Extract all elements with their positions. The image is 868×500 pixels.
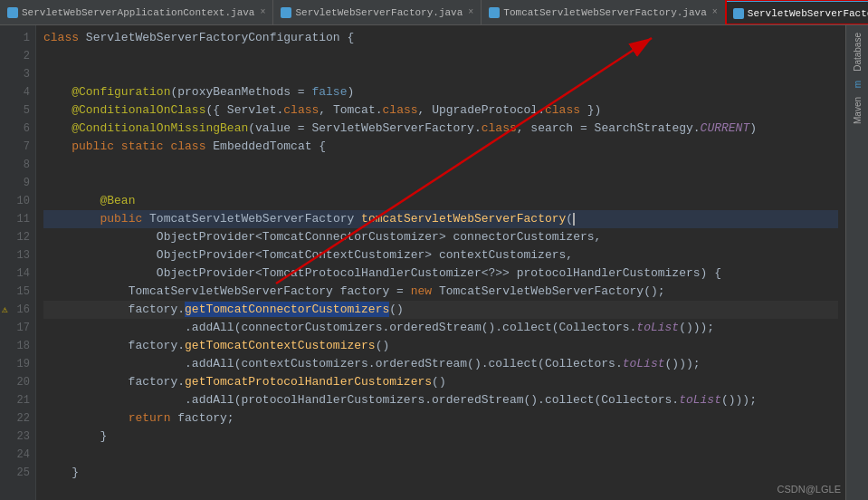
code-line-17: .addAll(connectorCustomizers.orderedStre…: [43, 319, 838, 337]
tab-close-icon[interactable]: ×: [712, 7, 718, 17]
line-num-24: 24: [0, 446, 30, 464]
line-num-22: 22: [0, 409, 30, 428]
right-sidebar: Database m Maven: [845, 25, 868, 500]
code-line-21: .addAll(protocolHandlerCustomizers.order…: [43, 391, 838, 409]
code-line-12: ObjectProvider<TomcatConnectorCustomizer…: [43, 228, 838, 246]
sidebar-maven-label[interactable]: Maven: [851, 93, 864, 128]
line-num-4: 4: [0, 83, 30, 101]
java-file-icon: [7, 7, 18, 18]
code-line-6: @ConditionalOnMissingBean(value = Servle…: [43, 120, 838, 138]
line-num-17: 17: [0, 319, 30, 337]
tab-factory-config[interactable]: ServletWebServerFactoryConfiguration.jav…: [726, 0, 868, 24]
code-line-23: }: [43, 428, 838, 446]
line-numbers: 1 2 3 4 5 6 7 8 9 10 11 12 13 14 15 16 1…: [0, 25, 36, 500]
code-line-10: @Bean: [43, 192, 838, 210]
line-num-5: 5: [0, 101, 30, 120]
code-line-5: @ConditionalOnClass({ Servlet.class, Tom…: [43, 101, 838, 120]
tab-label: TomcatServletWebServerFactory.java: [503, 7, 706, 18]
code-line-3: [43, 65, 838, 83]
code-line-20: factory.getTomcatProtocolHandlerCustomiz…: [43, 373, 838, 391]
code-line-25: }: [43, 464, 838, 482]
code-line-18: factory.getTomcatContextCustomizers(): [43, 337, 838, 355]
line-num-20: 20: [0, 373, 30, 391]
line-num-21: 21: [0, 391, 30, 409]
code-editor[interactable]: class ServletWebServerFactoryConfigurati…: [36, 25, 845, 500]
line-num-23: 23: [0, 428, 30, 446]
line-num-15: 15: [0, 283, 30, 301]
line-num-1: 1: [0, 29, 30, 47]
line-num-19: 19: [0, 355, 30, 373]
code-line-19: .addAll(contextCustomizers.orderedStream…: [43, 355, 838, 373]
watermark: CSDN@LGLE: [777, 484, 841, 495]
code-line-15: TomcatServletWebServerFactory factory = …: [43, 283, 838, 301]
line-num-11: 11: [0, 210, 30, 228]
code-line-4: @Configuration(proxyBeanMethods = false): [43, 83, 838, 101]
sidebar-database-label[interactable]: Database: [851, 29, 864, 75]
editor-area: 1 2 3 4 5 6 7 8 9 10 11 12 13 14 15 16 1…: [0, 25, 868, 500]
line-num-7: 7: [0, 138, 30, 156]
line-num-8: 8: [0, 156, 30, 174]
line-num-12: 12: [0, 228, 30, 246]
tab-close-icon[interactable]: ×: [260, 7, 265, 17]
line-num-2: 2: [0, 47, 30, 65]
tab-label: ServletWebServerFactoryConfiguration.jav…: [748, 8, 868, 19]
code-line-14: ObjectProvider<TomcatProtocolHandlerCust…: [43, 264, 838, 283]
tab-servlet-app-context[interactable]: ServletWebServerApplicationContext.java …: [0, 0, 273, 24]
java-file-icon: [281, 7, 291, 18]
code-line-9: [43, 174, 838, 192]
line-num-6: 6: [0, 120, 30, 138]
java-file-icon: [489, 7, 500, 18]
line-num-25: 25: [0, 464, 30, 482]
code-line-1: class ServletWebServerFactoryConfigurati…: [43, 29, 838, 47]
tab-servlet-factory[interactable]: ServletWebServerFactory.java ×: [273, 0, 482, 24]
line-num-14: 14: [0, 264, 30, 283]
code-line-7: public static class EmbeddedTomcat {: [43, 138, 838, 156]
code-line-24: [43, 446, 838, 464]
code-line-16: factory.getTomcatConnectorCustomizers(): [43, 301, 838, 319]
code-line-13: ObjectProvider<TomcatContextCustomizer> …: [43, 246, 838, 264]
line-num-13: 13: [0, 246, 30, 264]
tab-label: ServletWebServerFactory.java: [295, 7, 463, 18]
java-file-icon: [733, 8, 744, 19]
tab-tomcat-factory[interactable]: TomcatServletWebServerFactory.java ×: [482, 0, 725, 24]
code-line-22: return factory;: [43, 409, 838, 428]
line-num-10: 10: [0, 192, 30, 210]
line-num-3: 3: [0, 65, 30, 83]
line-num-9: 9: [0, 174, 30, 192]
sidebar-m-label[interactable]: m: [851, 77, 864, 91]
code-line-2: [43, 47, 838, 65]
tab-bar: ServletWebServerApplicationContext.java …: [0, 0, 868, 25]
code-line-8: [43, 156, 838, 174]
code-line-11: public TomcatServletWebServerFactory tom…: [43, 210, 838, 228]
line-num-16: 16: [0, 301, 30, 319]
tab-label: ServletWebServerApplicationContext.java: [22, 7, 254, 18]
line-num-18: 18: [0, 337, 30, 355]
text-cursor: [573, 213, 575, 226]
tab-close-icon[interactable]: ×: [468, 7, 473, 17]
